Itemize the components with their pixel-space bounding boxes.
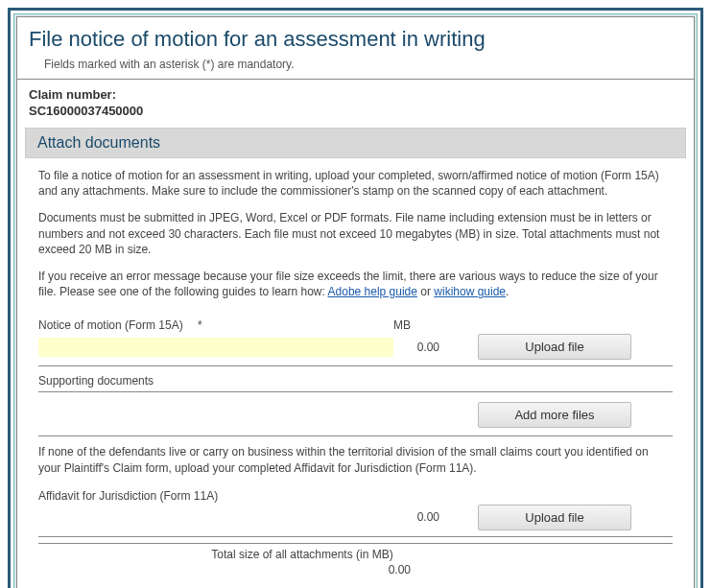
page-title: File notice of motion for an assessment …: [17, 17, 694, 56]
affidavit-label: Affidavit for Jurisdiction (Form 11A): [38, 489, 393, 503]
total-size-value: 0.00: [154, 563, 451, 576]
required-asterisk: *: [186, 318, 202, 332]
supporting-documents-label: Supporting documents: [38, 372, 673, 392]
add-more-row: Add more files: [17, 398, 694, 435]
claim-section: Claim number: SC16000037450000: [17, 80, 694, 124]
total-section: Total size of all attachments (in MB) 0.…: [38, 543, 673, 588]
instruction-paragraph-3: If you receive an error message because …: [38, 269, 673, 299]
affidavit-upload-row: Affidavit for Jurisdiction (Form 11A) 0.…: [17, 485, 694, 537]
upload-affidavit-button[interactable]: Upload file: [478, 505, 631, 530]
add-more-files-button[interactable]: Add more files: [478, 402, 631, 428]
instruction-paragraph-1: To file a notice of motion for an assess…: [38, 168, 673, 199]
notice-label-wrap: Notice of motion (Form 15A) *: [38, 318, 393, 332]
wikihow-link[interactable]: wikihow guide: [434, 285, 506, 298]
claim-number-value: SC16000037450000: [29, 104, 682, 118]
total-size-label: Total size of all attachments (in MB): [154, 548, 451, 561]
affidavit-upload-controls: 0.00 Upload file: [38, 505, 673, 537]
instruction-paragraph-2: Documents must be submitted in JPEG, Wor…: [38, 210, 673, 257]
instructions-block: To file a notice of motion for an assess…: [17, 158, 694, 315]
upload-notice-button[interactable]: Upload file: [478, 334, 631, 360]
instruction-p3-mid: or: [417, 285, 434, 298]
outer-frame: File notice of motion for an assessment …: [8, 8, 703, 588]
notice-file-input[interactable]: [38, 338, 393, 357]
notice-upload-row: Notice of motion (Form 15A) * MB 0.00 Up…: [17, 315, 694, 366]
affidavit-header-row: Affidavit for Jurisdiction (Form 11A): [38, 489, 673, 503]
affidavit-file-size: 0.00: [393, 510, 451, 524]
content-panel: File notice of motion for an assessment …: [16, 16, 695, 588]
inner-frame: File notice of motion for an assessment …: [13, 13, 698, 588]
notice-upload-controls: 0.00 Upload file: [38, 334, 673, 366]
notice-of-motion-label: Notice of motion (Form 15A): [38, 318, 183, 332]
section-title: Attach documents: [37, 134, 160, 151]
instruction-p3-end: .: [506, 285, 509, 298]
section-header: Attach documents: [25, 128, 686, 158]
affidavit-conditional-note: If none of the defendants live or carry …: [17, 436, 694, 484]
mb-column-header: MB: [393, 318, 451, 332]
claim-number-label: Claim number:: [29, 87, 682, 102]
mandatory-note: Fields marked with an asterisk (*) are m…: [17, 56, 694, 80]
affidavit-file-input[interactable]: [38, 507, 393, 527]
notice-file-size: 0.00: [393, 341, 451, 354]
adobe-help-link[interactable]: Adobe help guide: [328, 285, 417, 298]
upload-header-row: Notice of motion (Form 15A) * MB: [38, 318, 673, 332]
